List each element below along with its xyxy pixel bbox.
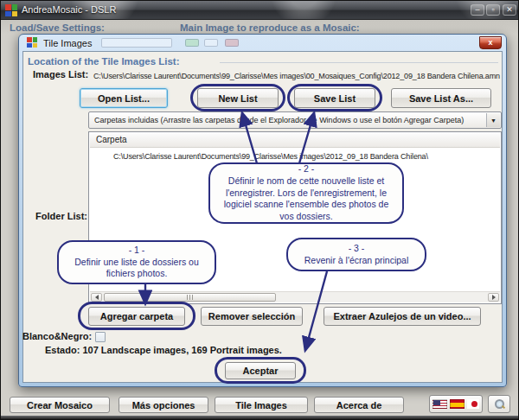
folder-view-dropdown-text: Carpetas incluidas (Arrastre las carpeta…	[94, 116, 464, 124]
window-title: AndreaMosaic - DSLR	[22, 4, 116, 15]
acerca-de-button[interactable]: Acerca de	[314, 397, 404, 413]
japan-flag-icon	[467, 399, 479, 409]
main-window: AndreaMosaic - DSLR – ▫ ✕ Load/Save Sett…	[0, 0, 519, 420]
aceptar-button[interactable]: Aceptar	[225, 362, 296, 379]
estado-text: Estado: 107 Landscape images, 169 Portra…	[45, 345, 282, 355]
magnifier-icon	[495, 399, 504, 409]
dialog-close-button[interactable]: x	[479, 36, 502, 49]
remover-seleccion-button[interactable]: Remover selección	[201, 307, 303, 326]
new-list-button[interactable]: New List	[197, 88, 279, 108]
folder-list-label: Folder List:	[32, 211, 87, 221]
bubble-1-text: Definir une liste de dossiers ou fichier…	[66, 257, 208, 280]
images-list-label: Images List:	[33, 69, 88, 80]
list-row[interactable]: C:\Users\Clarisse Laurent\Documents\99_C…	[113, 152, 428, 161]
main-image-label: Main Image to reproduce as a Mosaic:	[180, 22, 360, 33]
minimize-button[interactable]: –	[471, 4, 484, 16]
dialog-title: Tile Images	[43, 38, 92, 48]
save-list-button[interactable]: Save List	[294, 88, 375, 108]
tile-images-dialog-icon	[27, 37, 37, 48]
section-header-rule	[220, 62, 498, 63]
scrollbar-thumb[interactable]	[104, 293, 276, 302]
section-header: Location of the Tile Images List:	[28, 56, 180, 67]
close-button[interactable]: ✕	[503, 4, 516, 16]
load-save-settings-label: Load/Save Settings:	[10, 22, 105, 33]
list-header-carpeta[interactable]: Carpeta	[90, 133, 500, 148]
extraer-azulejos-button[interactable]: Extraer Azulejos de un video...	[324, 307, 481, 326]
bubble-2-number: - 2 -	[217, 163, 395, 175]
horizontal-scrollbar[interactable]	[90, 291, 500, 302]
titlebar-ghost-control	[101, 38, 172, 48]
crear-mosaico-button[interactable]: Crear Mosaico	[10, 397, 110, 413]
mas-opciones-button[interactable]: Más opciones	[119, 397, 208, 413]
chevron-down-icon[interactable]: ▼	[486, 113, 500, 127]
tutorial-bubble-1: - 1 - Definir une liste de dossiers ou f…	[57, 240, 216, 284]
scroll-right-icon[interactable]	[488, 293, 499, 302]
blanco-negro-label: Blanco&Negro:	[22, 331, 92, 341]
titlebar-ghost-control	[225, 39, 239, 47]
save-list-as-button[interactable]: Save List As...	[391, 88, 491, 108]
folder-view-dropdown[interactable]: Carpetas incluidas (Arrastre las carpeta…	[88, 111, 502, 129]
maximize-button[interactable]: ▫	[486, 4, 500, 16]
agregar-carpeta-button[interactable]: Agregar carpeta	[88, 307, 185, 326]
window-titlebar: AndreaMosaic - DSLR – ▫ ✕	[1, 1, 519, 20]
bubble-2-text: Définir le nom de cette nouvelle liste e…	[217, 175, 395, 223]
tutorial-bubble-2: - 2 - Définir le nom de cette nouvelle l…	[208, 162, 404, 224]
tile-images-button[interactable]: Tile Images	[215, 397, 308, 413]
language-flags-button[interactable]	[429, 395, 483, 413]
open-list-button[interactable]: Open List...	[80, 88, 168, 108]
window-bottom-edge	[1, 416, 519, 419]
bubble-3-text: Revenir à l'écran principal	[295, 255, 418, 267]
us-flag-icon	[432, 399, 447, 409]
andreamosaic-logo-icon	[5, 4, 17, 16]
search-button[interactable]	[488, 395, 510, 413]
images-list-path: C:\Users\Clarisse Laurent\Documents\99_C…	[93, 72, 500, 80]
scroll-left-icon[interactable]	[91, 293, 102, 302]
bubble-1-number: - 1 -	[66, 245, 208, 257]
titlebar-ghost-control	[185, 39, 199, 47]
spain-flag-icon	[450, 399, 465, 409]
titlebar-ghost-control	[204, 39, 218, 47]
bubble-3-number: - 3 -	[295, 243, 418, 255]
blanco-negro-checkbox[interactable]	[95, 332, 106, 342]
tutorial-bubble-3: - 3 - Revenir à l'écran principal	[286, 238, 426, 271]
